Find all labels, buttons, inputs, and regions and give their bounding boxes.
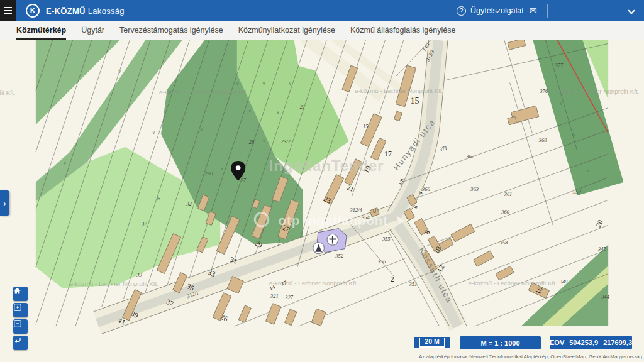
- watermark-label: e-közmű - Lechner Nonprofit Kft.: [355, 87, 443, 94]
- watermark-label: e-közmű - Lechner Nonprofit Kft.: [159, 89, 248, 96]
- hamburger-menu-icon[interactable]: [0, 0, 16, 21]
- zoom-out-button[interactable]: [13, 319, 28, 334]
- minus-square-icon: [13, 319, 22, 328]
- house-label: 6: [412, 204, 419, 209]
- svg-text:∧: ∧: [572, 132, 575, 137]
- parcel-label: 344: [601, 293, 609, 300]
- svg-text:∨: ∨: [248, 109, 252, 114]
- parcel-label: 347: [597, 246, 606, 252]
- parcel-label: 358: [499, 239, 508, 246]
- map-ratio-badge: M = 1 : 1000: [460, 336, 541, 349]
- plus-square-icon: [13, 303, 22, 312]
- house-label: 2: [391, 275, 394, 283]
- parcel-label: 355: [382, 236, 391, 242]
- help-icon[interactable]: ?: [457, 6, 466, 16]
- tab-kozmu-allasfoglalas[interactable]: Közmű állásfoglalás igénylése: [350, 21, 455, 40]
- svg-text:∨: ∨: [276, 110, 279, 115]
- help-link[interactable]: Ügyfélszolgálat: [470, 6, 524, 15]
- eov-coordinates: EOV 504253,9 217699,3: [550, 336, 632, 349]
- parcel-label: 39: [136, 272, 142, 278]
- parcel-label: 36: [154, 195, 160, 202]
- parcel-label: 351: [409, 281, 418, 287]
- watermark-label: e-közmű - Lechner Nonprofit Kft.: [0, 89, 15, 96]
- parcel-label: 368: [538, 137, 547, 143]
- app-title-sub: Lakosság: [88, 6, 125, 16]
- map-container[interactable]: ∨∨∨ ∨∨∨ ∨∨∧ ∧∨∨ ∧∧∨ e-közmű - Lechner No…: [0, 40, 644, 362]
- map-canvas[interactable]: ∨∨∨ ∨∨∨ ∨∨∧ ∧∨∨ ∧∧∨ e-közmű - Lechner No…: [0, 40, 644, 362]
- svg-text:∨: ∨: [560, 101, 563, 106]
- parcel-label: 321: [270, 293, 279, 299]
- map-attribution: Az alaptérkép forrása: Nemzeti Térinform…: [419, 354, 642, 359]
- parcel-label: 361: [504, 191, 513, 197]
- parcel-label: 32: [186, 200, 192, 207]
- tab-kozmuterkep[interactable]: Közműtérkép: [16, 21, 66, 40]
- mail-icon[interactable]: ✉: [530, 6, 537, 15]
- eov-x: 504253,9: [569, 339, 598, 346]
- scale-bar: 20 M: [414, 337, 450, 348]
- eov-label: EOV: [550, 339, 564, 346]
- watermark-label: e-közmű - Lechner Nonprofit Kft.: [550, 88, 639, 95]
- house-label: 20: [594, 219, 604, 229]
- house-label: 8: [373, 207, 376, 214]
- watermark-label: e-közmű - Lechner Nonprofit Kft.: [70, 280, 158, 287]
- svg-text:∨: ∨: [262, 81, 265, 86]
- parcel-label: 360: [501, 209, 509, 215]
- parcel-label: 367: [465, 153, 474, 160]
- ekozmu-logo: K: [26, 4, 40, 18]
- parcel-label: 27: [240, 177, 246, 184]
- parcel-label: 354: [361, 214, 370, 221]
- parcel-label: 377: [555, 62, 564, 69]
- tab-tervezestamogatas[interactable]: Tervezéstámogatás igénylése: [119, 21, 223, 40]
- watermark-label: e-közmű - Lechner Nonprofit Kft.: [469, 280, 557, 287]
- house-label: 17: [384, 150, 392, 158]
- app-title: E-KÖZMŰLakosság: [46, 6, 125, 16]
- parcel-label: 366: [421, 186, 430, 192]
- tab-ugytar[interactable]: Ügytár: [81, 21, 104, 40]
- svg-text:∧: ∧: [220, 167, 223, 172]
- undo-arrow-icon: [13, 336, 22, 344]
- parcel-label: 349: [559, 278, 568, 285]
- zoom-in-button[interactable]: [13, 303, 28, 317]
- svg-text:∨: ∨: [262, 138, 265, 143]
- parcel-label: 26: [249, 139, 255, 145]
- parcel-label: 15: [363, 123, 368, 129]
- panel-toggle-chevron-right-icon[interactable]: ›: [0, 190, 9, 216]
- header-divider: [547, 4, 548, 18]
- scale-bar-label: 20 M: [419, 338, 445, 348]
- parcel-label: 352: [335, 253, 343, 259]
- house-label: 21: [345, 184, 355, 194]
- app-title-main: E-KÖZMŰ: [46, 6, 86, 16]
- parcel-label: 312/4: [350, 207, 363, 213]
- parcel-label: 359: [572, 189, 581, 195]
- tab-kozmunyilatkozat[interactable]: Közműnyilatkozat igénylése: [238, 21, 335, 40]
- home-button[interactable]: [13, 287, 28, 301]
- svg-text:∧: ∧: [587, 168, 590, 173]
- home-icon: [13, 287, 21, 295]
- svg-text:∨: ∨: [152, 130, 155, 135]
- parcel-label: 29/1: [204, 170, 214, 177]
- church-building: [313, 229, 347, 254]
- logo-letter: K: [30, 6, 36, 15]
- parcel-label: 21: [300, 104, 305, 110]
- parcel-label: 327: [284, 294, 293, 300]
- svg-text:∨: ∨: [236, 81, 239, 86]
- svg-text:∧: ∧: [199, 127, 203, 132]
- parcel-label: 363: [470, 186, 479, 192]
- parcel-label: 371: [438, 145, 448, 153]
- svg-text:∨: ∨: [289, 81, 292, 86]
- parcel-label: 356: [377, 258, 386, 265]
- eov-y: 217699,3: [603, 339, 632, 346]
- house-label: 15: [410, 96, 419, 106]
- parcel-label: 23/2: [281, 138, 291, 145]
- svg-text:∨: ∨: [118, 69, 121, 74]
- svg-text:∨: ∨: [64, 161, 67, 166]
- parcel-label: 376: [540, 88, 548, 94]
- main-tabbar: Közműtérkép Ügytár Tervezéstámogatás igé…: [0, 21, 644, 40]
- back-button[interactable]: [13, 336, 28, 350]
- user-menu-chevron-down-icon[interactable]: [628, 7, 635, 14]
- brand2-label: otp ingatlanpont: [279, 213, 388, 228]
- app-header: K E-KÖZMŰLakosság ? Ügyfélszolgálat ✉: [0, 0, 644, 21]
- parcel-label: 37: [141, 221, 147, 227]
